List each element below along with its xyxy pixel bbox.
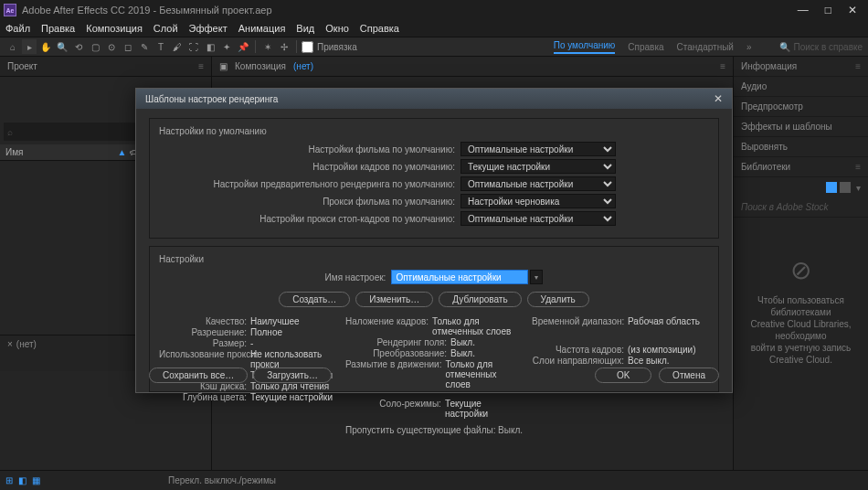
shape-tool-icon[interactable]: ◻ <box>121 39 135 54</box>
load-button[interactable]: Загрузить… <box>253 368 332 383</box>
create-button[interactable]: Создать… <box>279 292 350 307</box>
libraries-panel[interactable]: Библиотеки <box>741 162 790 172</box>
toggle-switches-label[interactable]: Перекл. выключ./режимы <box>168 475 276 485</box>
camera-tool-icon[interactable]: ▢ <box>88 39 102 54</box>
cc-libraries-message: ⊘ Чтобы пользоваться библиотеками Creati… <box>734 218 868 402</box>
proxy-default-select[interactable]: Настройки черновика <box>460 194 616 208</box>
window-title: Adobe After Effects CC 2019 - Безымянный… <box>22 5 272 16</box>
effects-panel[interactable]: Эффекты и шаблоны <box>741 122 832 132</box>
toggle-icon[interactable]: ⊞ <box>5 475 13 485</box>
text-tool-icon[interactable]: T <box>153 39 168 54</box>
save-all-button[interactable]: Сохранить все… <box>149 368 248 383</box>
audio-panel[interactable]: Аудио <box>741 81 767 91</box>
frame-default-label: Настройки кадров по умолчанию: <box>159 162 460 172</box>
duplicate-button[interactable]: Дублировать <box>439 292 521 307</box>
prerender-default-select[interactable]: Оптимальные настройки <box>460 176 616 191</box>
panel-menu-icon[interactable]: ≡ <box>198 61 204 71</box>
zoom-tool-icon[interactable]: 🔍 <box>55 39 69 54</box>
edit-button[interactable]: Изменить… <box>355 292 433 307</box>
maximize-button[interactable]: □ <box>825 4 831 16</box>
snap-label: Привязка <box>317 42 357 52</box>
anchor-tool-icon[interactable]: ⊙ <box>104 39 119 54</box>
prerender-default-label: Настройки предварительного рендеринга по… <box>159 179 460 189</box>
delete-button[interactable]: Удалить <box>527 292 589 307</box>
settings-name-input[interactable] <box>391 270 528 284</box>
defaults-legend: Настройки по умолчанию <box>155 126 270 136</box>
settings-name-dropdown[interactable]: ▾ <box>530 270 543 284</box>
panel-menu-icon[interactable]: ≡ <box>720 61 725 71</box>
list-view-icon[interactable] <box>840 182 851 193</box>
hand-tool-icon[interactable]: ✋ <box>38 39 53 54</box>
panel-menu-icon[interactable]: ≡ <box>855 61 861 71</box>
workspace-more[interactable]: » <box>746 42 752 52</box>
menu-edit[interactable]: Правка <box>41 23 75 34</box>
movie-default-select[interactable]: Оптимальные настройки <box>460 142 616 156</box>
menu-view[interactable]: Вид <box>296 23 314 34</box>
cloud-icon: ⊘ <box>743 254 859 287</box>
stillproxy-default-select[interactable]: Оптимальные настройки <box>460 211 616 226</box>
menu-composition[interactable]: Композиция <box>86 23 143 34</box>
search-icon: 🔍 <box>779 42 790 52</box>
menu-help[interactable]: Справка <box>360 23 399 34</box>
cancel-button[interactable]: Отмена <box>659 368 719 383</box>
settings-name-label: Имя настроек: <box>325 272 386 282</box>
help-search[interactable]: 🔍 Поиск в справке <box>779 42 863 52</box>
timeline-cross-icon[interactable]: × <box>7 339 13 349</box>
stamp-tool-icon[interactable]: ⛶ <box>186 39 201 54</box>
panel-menu-icon[interactable]: ≡ <box>855 162 861 172</box>
render-settings-templates-dialog: Шаблоны настроек рендеринга ✕ Настройки … <box>135 88 733 393</box>
axis2-tool-icon[interactable]: ✢ <box>277 39 291 54</box>
col-name[interactable]: Имя <box>5 147 23 157</box>
frame-default-select[interactable]: Текущие настройки <box>460 159 616 174</box>
menu-animation[interactable]: Анимация <box>238 23 286 34</box>
sort-icon[interactable]: ▲ <box>117 147 126 157</box>
toggle-icon[interactable]: ◧ <box>18 475 26 485</box>
minimize-button[interactable]: — <box>798 4 809 16</box>
proxy-default-label: Прокси фильма по умолчанию: <box>159 197 460 207</box>
lock-icon[interactable]: ▣ <box>219 61 228 71</box>
dialog-close-icon[interactable]: ✕ <box>714 92 723 105</box>
dialog-title: Шаблоны настроек рендеринга <box>145 94 278 104</box>
menu-effect[interactable]: Эффект <box>189 23 228 34</box>
chevron-down-icon[interactable]: ▾ <box>856 183 861 193</box>
movie-default-label: Настройки фильма по умолчанию: <box>159 144 460 154</box>
home-icon[interactable]: ⌂ <box>5 39 20 54</box>
brush-tool-icon[interactable]: 🖌 <box>170 39 185 54</box>
menu-layer[interactable]: Слой <box>153 23 178 34</box>
grid-view-icon[interactable] <box>826 182 837 193</box>
roto-tool-icon[interactable]: ✦ <box>219 39 234 54</box>
selection-tool-icon[interactable]: ▸ <box>22 39 37 54</box>
align-panel[interactable]: Выровнять <box>741 142 788 152</box>
preview-panel[interactable]: Предпросмотр <box>741 101 803 112</box>
eraser-tool-icon[interactable]: ◧ <box>203 39 217 54</box>
settings-legend: Настройки <box>155 254 207 264</box>
workspace-default[interactable]: По умолчанию <box>554 40 616 54</box>
info-panel[interactable]: Информация <box>741 61 797 71</box>
stock-search[interactable]: Поиск в Adobe Stock <box>741 202 829 212</box>
workspace-standard[interactable]: Стандартный <box>677 42 734 52</box>
timeline-none: (нет) <box>16 339 37 349</box>
menu-file[interactable]: Файл <box>5 23 30 34</box>
puppet-tool-icon[interactable]: 📌 <box>236 39 250 54</box>
search-placeholder: Поиск в справке <box>794 42 863 52</box>
snap-toggle[interactable]: Привязка <box>302 41 357 53</box>
app-logo: Ae <box>4 4 16 16</box>
pen-tool-icon[interactable]: ✎ <box>137 39 152 54</box>
comp-panel-label: Композиция <box>235 61 286 71</box>
close-button[interactable]: ✕ <box>848 4 857 16</box>
skip-existing-row: Пропустить существующие файлы: Выкл. <box>159 425 709 435</box>
workspace-learn[interactable]: Справка <box>628 42 663 52</box>
stillproxy-default-label: Настройки прокси стоп-кадров по умолчани… <box>159 214 460 224</box>
snap-checkbox[interactable] <box>302 41 313 53</box>
project-panel-title: Проект <box>7 61 37 71</box>
rotate-tool-icon[interactable]: ⟲ <box>71 39 86 54</box>
menu-window[interactable]: Окно <box>325 23 349 34</box>
comp-none: (нет) <box>293 61 313 71</box>
ok-button[interactable]: OK <box>595 368 651 383</box>
axis-tool-icon[interactable]: ✶ <box>260 39 275 54</box>
toggle-icon[interactable]: ▦ <box>32 475 40 485</box>
